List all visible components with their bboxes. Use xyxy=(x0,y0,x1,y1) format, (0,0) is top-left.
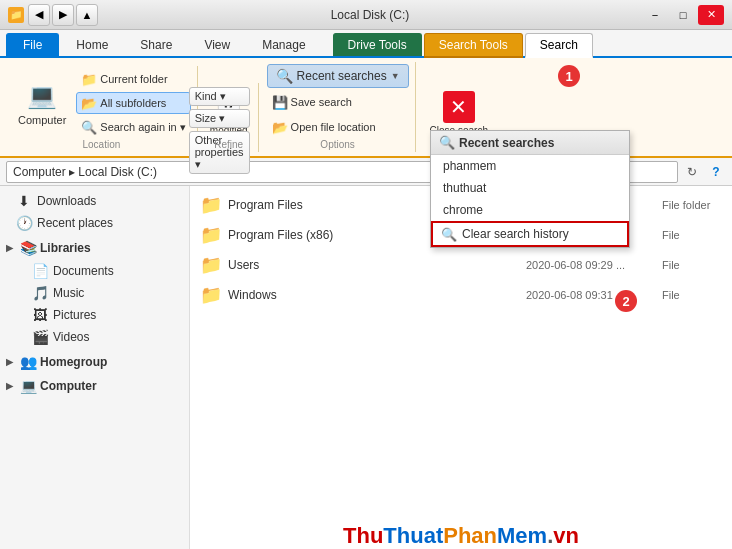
folder-sm-icon: 📁 xyxy=(81,71,97,87)
tab-search[interactable]: Search xyxy=(525,33,593,58)
libraries-icon: 📚 xyxy=(20,240,36,256)
size-btn[interactable]: Size ▾ xyxy=(189,109,250,128)
title-bar: 📁 ◀ ▶ ▲ Local Disk (C:) − □ ✕ xyxy=(0,0,732,30)
dropdown-item-2[interactable]: chrome xyxy=(431,199,629,221)
help-btn[interactable]: ? xyxy=(706,162,726,182)
homegroup-label: Homegroup xyxy=(40,355,107,369)
file-type-3: File xyxy=(662,289,722,301)
location-section-label: Location xyxy=(6,139,197,150)
ribbon-location-section: 💻 Computer 📁 Current folder 📂 All subfol… xyxy=(6,66,198,152)
folder-icon-2: 📁 xyxy=(200,254,222,276)
subfolders-icon: 📂 xyxy=(81,95,97,111)
dropdown-header-icon: 🔍 xyxy=(439,135,455,150)
search-again-label: Search again in ▾ xyxy=(100,121,186,134)
downloads-label: Downloads xyxy=(37,194,96,208)
all-subfolders-btn[interactable]: 📂 All subfolders xyxy=(76,92,191,114)
recent-searches-label: Recent searches xyxy=(297,69,387,83)
tab-search-tools[interactable]: Search Tools xyxy=(424,33,523,58)
pictures-label: Pictures xyxy=(53,308,96,322)
sidebar-item-pictures[interactable]: 🖼 Pictures xyxy=(0,304,189,326)
table-row[interactable]: 📁 Windows 2020-06-08 09:31 ... File xyxy=(190,280,732,310)
documents-icon: 📄 xyxy=(32,263,48,279)
dropdown-header-label: Recent searches xyxy=(459,136,554,150)
refine-right-btns: Kind ▾ Size ▾ Other properties ▾ xyxy=(189,87,250,174)
search-again-icon: 🔍 xyxy=(81,119,97,135)
dropdown-item-0[interactable]: phanmem xyxy=(431,155,629,177)
music-label: Music xyxy=(53,286,84,300)
dropdown-item-1[interactable]: thuthuat xyxy=(431,177,629,199)
location-section-content: 💻 Computer 📁 Current folder 📂 All subfol… xyxy=(12,66,191,138)
sidebar-item-music[interactable]: 🎵 Music xyxy=(0,282,189,304)
ribbon-refine-section: 📅 Datemodified Kind ▾ Size ▾ Other prope… xyxy=(200,83,259,152)
close-btn[interactable]: ✕ xyxy=(698,5,724,25)
table-row[interactable]: 📁 Users 2020-06-08 09:29 ... File xyxy=(190,250,732,280)
dropdown-arrow-icon: ▼ xyxy=(391,71,400,81)
title-bar-controls: − □ ✕ xyxy=(642,5,724,25)
ribbon-tabs: File Home Share View Manage Drive Tools … xyxy=(0,30,732,58)
sidebar-libraries-group: ▶ 📚 Libraries 📄 Documents 🎵 Music 🖼 Pict… xyxy=(0,236,189,348)
file-type-1: File xyxy=(662,229,722,241)
back-btn[interactable]: ◀ xyxy=(28,4,50,26)
search-again-btn[interactable]: 🔍 Search again in ▾ xyxy=(76,116,191,138)
current-folder-btn[interactable]: 📁 Current folder xyxy=(76,68,191,90)
current-folder-label: Current folder xyxy=(100,73,167,85)
folder-icon-0: 📁 xyxy=(200,194,222,216)
watermark-vn: vn xyxy=(553,523,579,548)
sidebar-item-recent-places[interactable]: 🕐 Recent places xyxy=(0,212,189,234)
clear-icon: 🔍 xyxy=(441,226,457,242)
clear-history-btn[interactable]: 🔍 Clear search history xyxy=(431,221,629,247)
dropdown-header: 🔍 Recent searches xyxy=(431,131,629,155)
file-name-2: Users xyxy=(228,258,520,272)
recent-searches-icon: 🔍 xyxy=(276,68,293,84)
other-properties-btn[interactable]: Other properties ▾ xyxy=(189,131,250,174)
forward-btn[interactable]: ▶ xyxy=(52,4,74,26)
watermark-phan: Phan xyxy=(443,523,497,548)
refine-section-label: Refine xyxy=(200,139,258,150)
documents-label: Documents xyxy=(53,264,114,278)
all-subfolders-label: All subfolders xyxy=(100,97,166,109)
tab-file[interactable]: File xyxy=(6,33,59,56)
watermark: ThuThuatPhanMem.vn xyxy=(190,519,732,549)
sidebar-item-downloads[interactable]: ⬇ Downloads xyxy=(0,190,189,212)
tab-drive-tools[interactable]: Drive Tools xyxy=(333,33,422,56)
title-bar-left: 📁 ◀ ▶ ▲ xyxy=(8,4,98,26)
file-date-2: 2020-06-08 09:29 ... xyxy=(526,259,656,271)
save-search-btn[interactable]: 💾 Save search xyxy=(267,91,357,113)
computer-sidebar-label: Computer xyxy=(40,379,97,393)
computer-sidebar-icon: 💻 xyxy=(20,378,36,394)
folder-icon-3: 📁 xyxy=(200,284,222,306)
tab-manage[interactable]: Manage xyxy=(247,33,320,56)
tab-home[interactable]: Home xyxy=(61,33,123,56)
computer-expand-icon: ▶ xyxy=(6,381,16,391)
computer-big-btn[interactable]: 💻 Computer xyxy=(12,78,72,128)
sidebar-item-videos[interactable]: 🎬 Videos xyxy=(0,326,189,348)
window-title: Local Disk (C:) xyxy=(331,8,410,22)
maximize-btn[interactable]: □ xyxy=(670,5,696,25)
clear-history-label: Clear search history xyxy=(462,227,569,241)
videos-icon: 🎬 xyxy=(32,329,48,345)
computer-header[interactable]: ▶ 💻 Computer xyxy=(0,374,189,398)
tab-view[interactable]: View xyxy=(189,33,245,56)
tab-share[interactable]: Share xyxy=(125,33,187,56)
options-section-content: 🔍 Recent searches ▼ 💾 Save search 📂 Open… xyxy=(267,62,409,138)
libraries-header[interactable]: ▶ 📚 Libraries xyxy=(0,236,189,260)
watermark-thuat: Thuat xyxy=(383,523,443,548)
open-file-location-btn[interactable]: 📂 Open file location xyxy=(267,116,381,138)
libraries-label: Libraries xyxy=(40,241,91,255)
watermark-thu: Thu xyxy=(343,523,383,548)
kind-btn[interactable]: Kind ▾ xyxy=(189,87,250,106)
watermark-dot: . xyxy=(547,523,553,548)
homegroup-header[interactable]: ▶ 👥 Homegroup xyxy=(0,350,189,374)
sidebar-item-documents[interactable]: 📄 Documents xyxy=(0,260,189,282)
minimize-btn[interactable]: − xyxy=(642,5,668,25)
up-btn[interactable]: ▲ xyxy=(76,4,98,26)
options-section-label: Options xyxy=(261,139,415,150)
open-folder-icon: 📂 xyxy=(272,119,288,135)
pictures-icon: 🖼 xyxy=(32,307,48,323)
refresh-btn[interactable]: ↻ xyxy=(682,162,702,182)
recent-searches-btn[interactable]: 🔍 Recent searches ▼ xyxy=(267,64,409,88)
computer-btn-label: Computer xyxy=(18,114,66,126)
address-right-controls: ↻ ? xyxy=(682,162,726,182)
recent-places-icon: 🕐 xyxy=(16,215,32,231)
location-small-btns: 📁 Current folder 📂 All subfolders 🔍 Sear… xyxy=(76,68,191,138)
